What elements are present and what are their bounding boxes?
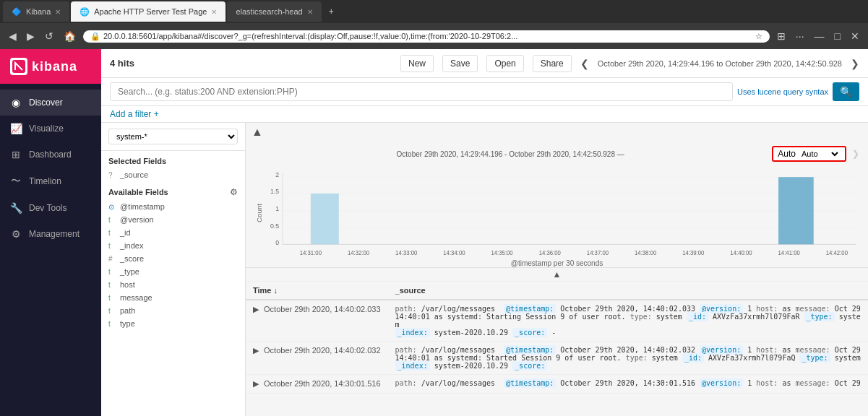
refresh-button[interactable]: ↺ <box>42 29 56 43</box>
sidebar-item-devtools[interactable]: 🔧 Dev Tools <box>0 195 101 221</box>
chart-header: October 29th 2020, 14:29:44.196 - Octobe… <box>246 142 868 166</box>
new-tab-button[interactable]: + <box>323 6 340 17</box>
visualize-icon: 📈 <box>10 123 22 134</box>
main-content: 4 hits New Save Open Share ❮ October 29t… <box>101 49 868 416</box>
save-button[interactable]: Save <box>442 55 478 72</box>
field-timestamp[interactable]: ⊙ @timestamp <box>101 200 245 213</box>
tab-label: Kibana <box>26 7 51 16</box>
sidebar-item-visualize[interactable]: 📈 Visualize <box>0 116 101 142</box>
expand-row-1[interactable]: ▶ <box>253 305 259 313</box>
top-bar: 4 hits New Save Open Share ❮ October 29t… <box>101 49 868 78</box>
lucene-hint[interactable]: Uses lucene query syntax <box>737 87 828 96</box>
sidebar-item-label: Timelion <box>29 176 61 186</box>
field-name: _type <box>120 267 139 276</box>
left-arrow-button[interactable]: ❮ <box>580 58 589 69</box>
scroll-up-arrow[interactable]: ▲ <box>553 269 562 280</box>
field-name: _source <box>120 170 148 179</box>
field-index[interactable]: t _index <box>101 239 245 252</box>
histogram-chart: 2 1.5 1 0.5 0 <box>254 166 859 260</box>
left-panel: system-* Selected Fields ? _source Avail… <box>101 123 246 416</box>
close-window-button[interactable]: ✕ <box>848 29 862 43</box>
tab-apache[interactable]: 🌐 Apache HTTP Server Test Page ✕ <box>71 1 225 22</box>
sidebar-item-label: Management <box>29 229 80 239</box>
tab-close-apache[interactable]: ✕ <box>211 8 217 16</box>
source-cell-2: path: /var/log/messages @timestamp: Octo… <box>388 342 868 375</box>
field-message[interactable]: t message <box>101 291 245 304</box>
sidebar-item-management[interactable]: ⚙ Management <box>0 221 101 247</box>
tab-kibana[interactable]: 🔷 Kibana ✕ <box>3 1 69 22</box>
svg-text:0.5: 0.5 <box>270 222 279 230</box>
field-type-name[interactable]: t type <box>101 317 245 330</box>
field-type-text-icon: t <box>108 216 116 224</box>
index-badge: _index: <box>395 328 430 337</box>
id-badge: _id: <box>687 312 708 321</box>
index-pattern-select[interactable]: system-* <box>108 129 238 144</box>
type-badge-2: _type: <box>799 353 830 363</box>
chart-area: ▲ October 29th 2020, 14:29:44.196 - Octo… <box>246 123 868 416</box>
maximize-button[interactable]: □ <box>832 29 843 43</box>
available-fields-header: Available Fields ⚙ <box>101 181 245 200</box>
search-button[interactable]: 🔍 <box>833 82 859 101</box>
search-input[interactable] <box>110 82 733 101</box>
add-filter-button[interactable]: Add a filter + <box>110 109 159 119</box>
kibana-logo: kibana <box>0 49 101 84</box>
svg-text:14:34:00: 14:34:00 <box>443 250 465 256</box>
home-button[interactable]: 🏠 <box>61 29 79 43</box>
gear-icon[interactable]: ⚙ <box>230 187 238 197</box>
hits-count: 4 hits <box>110 58 134 69</box>
svg-text:14:40:00: 14:40:00 <box>730 250 752 256</box>
results-area[interactable]: ▲ Time ↓ _source ▶ <box>246 267 868 416</box>
forward-button[interactable]: ▶ <box>24 29 38 43</box>
auto-label: Auto <box>778 149 796 159</box>
field-type-field[interactable]: t _type <box>101 265 245 278</box>
bookmark-icon[interactable]: ☆ <box>755 32 762 41</box>
field-score[interactable]: # _score <box>101 252 245 265</box>
auto-select-container[interactable]: Auto Auto Second Minute <box>772 146 846 162</box>
extensions-button[interactable]: ⊞ <box>774 29 788 43</box>
table-row: ▶ October 29th 2020, 14:40:02.033 path: … <box>246 300 868 342</box>
svg-rect-13 <box>778 177 814 244</box>
back-button[interactable]: ◀ <box>6 29 20 43</box>
secure-icon: 🔒 <box>90 32 100 41</box>
sidebar-item-discover[interactable]: ◉ Discover <box>0 90 101 116</box>
field-id[interactable]: t _id <box>101 226 245 239</box>
time-column-header[interactable]: Time ↓ <box>246 282 388 300</box>
field-version[interactable]: t @version <box>101 213 245 226</box>
open-button[interactable]: Open <box>486 55 523 72</box>
share-button[interactable]: Share <box>533 55 572 72</box>
field-type-text-icon: t <box>108 281 116 289</box>
new-button[interactable]: New <box>400 55 434 72</box>
sidebar-item-dashboard[interactable]: ⊞ Dashboard <box>0 142 101 168</box>
time-cell-1: ▶ October 29th 2020, 14:40:02.033 <box>246 300 388 342</box>
url-text: 20.0.0.18:5601/app/kibana#/discover?_g=(… <box>103 32 752 40</box>
source-cell-3: path: /var/log/messages @timestamp: Octo… <box>388 375 868 394</box>
svg-text:14:31:00: 14:31:00 <box>300 250 322 256</box>
svg-text:14:36:00: 14:36:00 <box>539 250 562 256</box>
chart-up-button[interactable]: ▲ <box>252 126 263 139</box>
interval-select[interactable]: Auto Second Minute <box>799 149 841 159</box>
url-box[interactable]: 🔒 20.0.0.18:5601/app/kibana#/discover?_g… <box>83 30 770 43</box>
selected-field-source[interactable]: ? _source <box>101 168 245 181</box>
field-name: path <box>120 306 135 315</box>
time-cell-2: ▶ October 29th 2020, 14:40:02.032 <box>246 342 388 375</box>
selected-fields-title: Selected Fields <box>101 151 245 168</box>
field-host[interactable]: t host <box>101 278 245 291</box>
more-button[interactable]: ··· <box>793 29 807 43</box>
field-path[interactable]: t path <box>101 304 245 317</box>
right-arrow-button[interactable]: ❯ <box>851 58 859 69</box>
field-type-icon: ? <box>108 171 116 179</box>
sidebar-item-timelion[interactable]: 〜 Timelion <box>0 168 101 195</box>
expand-row-2[interactable]: ▶ <box>253 346 259 355</box>
index-badge-2: _index: <box>395 361 430 370</box>
sidebar-item-label: Dev Tools <box>29 203 66 213</box>
tab-es-head[interactable]: elasticsearch-head ✕ <box>227 1 321 22</box>
tab-close-kibana[interactable]: ✕ <box>55 8 61 16</box>
table-row: ▶ October 29th 2020, 14:30:01.516 path: … <box>246 375 868 394</box>
svg-text:Count: Count <box>256 204 262 222</box>
svg-rect-12 <box>311 194 339 244</box>
minimize-button[interactable]: — <box>812 29 828 43</box>
expand-row-3[interactable]: ▶ <box>253 379 259 388</box>
histogram-container: 2 1.5 1 0.5 0 <box>246 166 868 267</box>
field-type-text-icon: t <box>108 294 116 302</box>
tab-close-es-head[interactable]: ✕ <box>307 8 313 16</box>
